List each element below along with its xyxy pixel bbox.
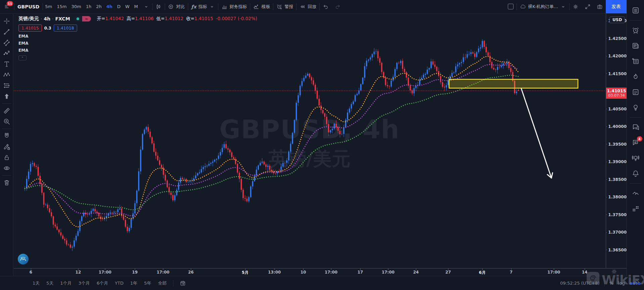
notifications-panel-button[interactable]	[629, 167, 642, 180]
ema-indicator-row-3[interactable]: EMA	[18, 48, 28, 53]
time-tick-label: 17:00	[157, 270, 169, 275]
arrow-marker-tool-button[interactable]	[1, 91, 12, 102]
news-panel-button[interactable]	[629, 39, 642, 52]
text-tool-button[interactable]	[1, 59, 12, 69]
replay-button[interactable]: 回放	[297, 0, 319, 13]
saved-layout-button[interactable]: 裸K-机构订单…	[517, 0, 569, 13]
ohlc-values: 开=1.41042高=1.41106低=1.41012收=1.41015-0.0…	[97, 16, 257, 22]
goto-date-button[interactable]	[177, 276, 189, 290]
remove-all-tool-button[interactable]	[1, 177, 12, 188]
date-range-list: 1天5天1个月3个月6个月YTD1年5年全部	[30, 279, 170, 288]
calendar-panel-button[interactable]	[629, 85, 642, 99]
xabcd-pattern-tool-button[interactable]	[1, 69, 12, 80]
range-YTD-button[interactable]: YTD	[112, 279, 126, 287]
lock-all-icon	[3, 154, 10, 161]
ideas-panel-button[interactable]	[629, 101, 642, 114]
timeframe-1h-button[interactable]: 1h	[84, 0, 94, 13]
hotlist-panel-button[interactable]	[629, 70, 642, 83]
bar-chart-icon	[221, 4, 227, 10]
pattern-arrow-icon	[3, 50, 10, 57]
ema-indicator-row-2[interactable]: EMA	[18, 41, 28, 46]
price-tick-label: 1.40000	[606, 124, 627, 129]
time-tick-label: 5月	[242, 270, 249, 276]
fxcm-provider-logo	[18, 254, 29, 264]
trend-line-tool-button[interactable]	[1, 27, 12, 37]
range-5天-button[interactable]: 5天	[43, 279, 56, 288]
ohlc-item: 低=1.41012	[156, 16, 183, 22]
ruler-tool-button[interactable]	[1, 105, 12, 116]
watchlist-panel-button[interactable]	[629, 4, 642, 17]
timeframe-more-button[interactable]	[140, 0, 152, 13]
layout-select-button[interactable]	[505, 0, 517, 13]
range-5年-button[interactable]: 5年	[141, 279, 154, 288]
log-scale-button[interactable]: log	[618, 281, 625, 286]
lock-all-tool-button[interactable]	[1, 152, 12, 163]
alert-button[interactable]: 警报	[273, 0, 296, 13]
currency-toggle[interactable]: USD	[609, 16, 625, 23]
top-toolbar: 11 GBPUSD 5m15m30m1h2h4hDWM 对比 ƒx 指标 财务指…	[0, 0, 627, 13]
legend-collapse-button[interactable]: ⌃	[18, 55, 26, 60]
zoom-in-tool-button[interactable]	[1, 116, 12, 127]
chat-panel-button[interactable]	[629, 120, 642, 134]
timeframe-W-button[interactable]: W	[123, 0, 132, 13]
symbol-button[interactable]: GBPUSD	[14, 0, 43, 13]
main-menu-button[interactable]: 11	[0, 0, 14, 13]
time-tick-label: 10	[301, 270, 306, 275]
hide-all-tool-button[interactable]	[1, 163, 12, 174]
ema-indicator-row-1[interactable]: EMA	[18, 34, 28, 39]
draw-lock-tool-button[interactable]	[1, 141, 12, 152]
chart-style-button[interactable]	[153, 0, 165, 13]
clock-label[interactable]: 09:52:25 (UTC+8)	[560, 281, 600, 286]
footer-right-group: 09:52:25 (UTC+8) % log auto	[560, 280, 644, 287]
fullscreen-button[interactable]	[582, 0, 594, 13]
timeframe-15m-button[interactable]: 15m	[54, 0, 69, 13]
forecast-lines-tool-button[interactable]	[1, 80, 12, 91]
auto-scale-button[interactable]: auto	[630, 281, 641, 286]
crosshair-tool-button[interactable]	[1, 16, 12, 27]
chart-pane[interactable]: GBPUSD, 4h 英镑/美元 英镑/美元 · 4h · FXCM ≈ 开=1…	[14, 14, 605, 268]
timeframe-D-button[interactable]: D	[115, 0, 123, 13]
magnet-tool-button[interactable]	[1, 131, 12, 141]
grid-dots-panel-button[interactable]	[629, 202, 642, 215]
ask-box[interactable]: 1.41018	[54, 25, 77, 32]
time-axis[interactable]: 61217:001917:00265月13:001017:001717:0024…	[14, 268, 627, 276]
indicators-button[interactable]: ƒx 指标	[188, 0, 218, 13]
bid-box[interactable]: 1.41015	[18, 25, 42, 32]
time-tick-label: 24	[413, 270, 419, 275]
undo-button[interactable]	[320, 0, 332, 13]
timeframe-4h-button[interactable]: 4h	[104, 0, 115, 13]
range-1个月-button[interactable]: 1个月	[57, 279, 75, 288]
price-axis[interactable]: 1.365001.370001.375001.380001.385001.390…	[606, 14, 627, 268]
price-tick-label: 1.39500	[606, 142, 627, 147]
template-button[interactable]: 模板	[250, 0, 273, 13]
publish-button[interactable]: 发表	[606, 0, 627, 13]
ohlc-item: 收=1.41015	[186, 16, 213, 22]
timeframe-30m-button[interactable]: 30m	[69, 0, 84, 13]
pattern-arrow-tool-button[interactable]	[1, 48, 12, 59]
timeframe-M-button[interactable]: M	[132, 0, 140, 13]
settings-button[interactable]	[570, 0, 582, 13]
snapshot-button[interactable]	[594, 0, 606, 13]
fib-lines-tool-button[interactable]	[1, 37, 12, 48]
timeframe-2h-button[interactable]: 2h	[94, 0, 104, 13]
range-1天-button[interactable]: 1天	[30, 279, 43, 288]
legend-toggle-pills[interactable]: ≈	[73, 16, 91, 21]
range-3个月-button[interactable]: 3个月	[75, 279, 93, 288]
collapse-panel-button[interactable]	[629, 187, 642, 200]
percent-scale-button[interactable]: %	[609, 281, 613, 286]
compare-button[interactable]: 对比	[165, 0, 188, 13]
timeframe-5m-button[interactable]: 5m	[43, 0, 55, 13]
range-1年-button[interactable]: 1年	[127, 279, 140, 288]
legend-main-row[interactable]: 英镑/美元 · 4h · FXCM ≈ 开=1.41042高=1.41106低=…	[18, 16, 257, 22]
range-6个月-button[interactable]: 6个月	[94, 279, 111, 288]
streams-panel-button[interactable]	[629, 151, 642, 165]
time-tick-label: 12	[75, 270, 81, 275]
data-window-panel-button[interactable]	[629, 54, 642, 68]
spread-label: 0.3	[44, 26, 51, 31]
alert-panel-button[interactable]	[629, 23, 642, 37]
messages-panel-button[interactable]: 4	[629, 136, 642, 149]
range-全部-button[interactable]: 全部	[155, 279, 170, 288]
fundamentals-button[interactable]: 财务指标	[218, 0, 250, 13]
time-tick-label: 13:00	[268, 270, 281, 275]
redo-button[interactable]	[332, 0, 344, 13]
